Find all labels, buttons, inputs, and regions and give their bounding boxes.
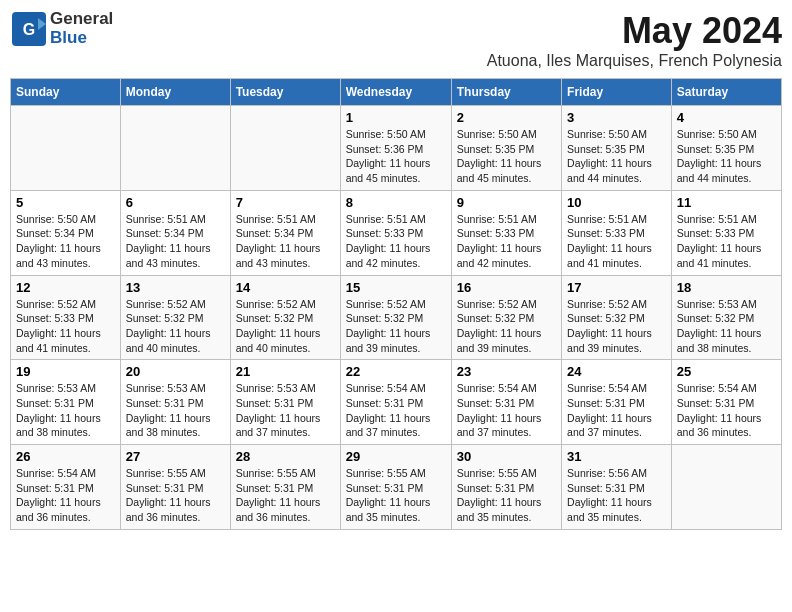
calendar-cell: 21 Sunrise: 5:53 AM Sunset: 5:31 PM Dayl… (230, 360, 340, 445)
cell-sunrise: Sunrise: 5:50 AM (457, 128, 537, 140)
calendar-cell (671, 445, 781, 530)
day-number: 9 (457, 195, 556, 210)
cell-sunrise: Sunrise: 5:54 AM (457, 382, 537, 394)
cell-sunset: Sunset: 5:35 PM (457, 143, 535, 155)
cell-sunset: Sunset: 5:31 PM (457, 397, 535, 409)
day-number: 2 (457, 110, 556, 125)
cell-sunrise: Sunrise: 5:54 AM (346, 382, 426, 394)
day-number: 30 (457, 449, 556, 464)
calendar-table: SundayMondayTuesdayWednesdayThursdayFrid… (10, 78, 782, 530)
calendar-cell (120, 106, 230, 191)
day-number: 14 (236, 280, 335, 295)
calendar-cell: 24 Sunrise: 5:54 AM Sunset: 5:31 PM Dayl… (562, 360, 672, 445)
cell-sunrise: Sunrise: 5:54 AM (567, 382, 647, 394)
calendar-cell: 16 Sunrise: 5:52 AM Sunset: 5:32 PM Dayl… (451, 275, 561, 360)
cell-sunrise: Sunrise: 5:52 AM (126, 298, 206, 310)
calendar-cell: 15 Sunrise: 5:52 AM Sunset: 5:32 PM Dayl… (340, 275, 451, 360)
day-number: 7 (236, 195, 335, 210)
cell-sunset: Sunset: 5:35 PM (677, 143, 755, 155)
cell-sunrise: Sunrise: 5:51 AM (346, 213, 426, 225)
calendar-cell: 5 Sunrise: 5:50 AM Sunset: 5:34 PM Dayli… (11, 190, 121, 275)
cell-daylight: Daylight: 11 hours and 37 minutes. (236, 412, 321, 439)
cell-sunset: Sunset: 5:35 PM (567, 143, 645, 155)
cell-sunset: Sunset: 5:31 PM (346, 397, 424, 409)
calendar-cell: 2 Sunrise: 5:50 AM Sunset: 5:35 PM Dayli… (451, 106, 561, 191)
day-number: 28 (236, 449, 335, 464)
calendar-cell: 4 Sunrise: 5:50 AM Sunset: 5:35 PM Dayli… (671, 106, 781, 191)
day-number: 3 (567, 110, 666, 125)
cell-sunrise: Sunrise: 5:53 AM (16, 382, 96, 394)
day-number: 31 (567, 449, 666, 464)
logo-blue: Blue (50, 29, 113, 48)
cell-daylight: Daylight: 11 hours and 35 minutes. (346, 496, 431, 523)
calendar-cell: 13 Sunrise: 5:52 AM Sunset: 5:32 PM Dayl… (120, 275, 230, 360)
cell-sunrise: Sunrise: 5:55 AM (457, 467, 537, 479)
calendar-cell: 26 Sunrise: 5:54 AM Sunset: 5:31 PM Dayl… (11, 445, 121, 530)
cell-sunrise: Sunrise: 5:50 AM (677, 128, 757, 140)
cell-sunset: Sunset: 5:33 PM (677, 227, 755, 239)
calendar-cell: 14 Sunrise: 5:52 AM Sunset: 5:32 PM Dayl… (230, 275, 340, 360)
cell-daylight: Daylight: 11 hours and 37 minutes. (346, 412, 431, 439)
cell-daylight: Daylight: 11 hours and 44 minutes. (567, 157, 652, 184)
day-number: 5 (16, 195, 115, 210)
day-number: 18 (677, 280, 776, 295)
cell-sunrise: Sunrise: 5:52 AM (236, 298, 316, 310)
calendar-cell: 3 Sunrise: 5:50 AM Sunset: 5:35 PM Dayli… (562, 106, 672, 191)
cell-daylight: Daylight: 11 hours and 36 minutes. (236, 496, 321, 523)
cell-sunrise: Sunrise: 5:52 AM (567, 298, 647, 310)
cell-daylight: Daylight: 11 hours and 43 minutes. (16, 242, 101, 269)
calendar-cell: 22 Sunrise: 5:54 AM Sunset: 5:31 PM Dayl… (340, 360, 451, 445)
cell-sunrise: Sunrise: 5:54 AM (677, 382, 757, 394)
cell-sunrise: Sunrise: 5:51 AM (126, 213, 206, 225)
calendar-week-2: 5 Sunrise: 5:50 AM Sunset: 5:34 PM Dayli… (11, 190, 782, 275)
cell-sunset: Sunset: 5:31 PM (126, 397, 204, 409)
cell-daylight: Daylight: 11 hours and 36 minutes. (16, 496, 101, 523)
weekday-header-friday: Friday (562, 79, 672, 106)
cell-sunset: Sunset: 5:33 PM (457, 227, 535, 239)
cell-daylight: Daylight: 11 hours and 42 minutes. (346, 242, 431, 269)
cell-sunset: Sunset: 5:36 PM (346, 143, 424, 155)
cell-sunset: Sunset: 5:32 PM (677, 312, 755, 324)
cell-sunset: Sunset: 5:34 PM (16, 227, 94, 239)
cell-sunset: Sunset: 5:31 PM (236, 482, 314, 494)
calendar-cell: 10 Sunrise: 5:51 AM Sunset: 5:33 PM Dayl… (562, 190, 672, 275)
cell-daylight: Daylight: 11 hours and 39 minutes. (567, 327, 652, 354)
calendar-week-1: 1 Sunrise: 5:50 AM Sunset: 5:36 PM Dayli… (11, 106, 782, 191)
calendar-week-5: 26 Sunrise: 5:54 AM Sunset: 5:31 PM Dayl… (11, 445, 782, 530)
cell-sunset: Sunset: 5:33 PM (16, 312, 94, 324)
cell-daylight: Daylight: 11 hours and 40 minutes. (236, 327, 321, 354)
day-number: 29 (346, 449, 446, 464)
calendar-cell: 17 Sunrise: 5:52 AM Sunset: 5:32 PM Dayl… (562, 275, 672, 360)
page-subtitle: Atuona, Iles Marquises, French Polynesia (487, 52, 782, 70)
cell-sunset: Sunset: 5:34 PM (126, 227, 204, 239)
cell-daylight: Daylight: 11 hours and 38 minutes. (16, 412, 101, 439)
cell-daylight: Daylight: 11 hours and 39 minutes. (457, 327, 542, 354)
calendar-cell: 20 Sunrise: 5:53 AM Sunset: 5:31 PM Dayl… (120, 360, 230, 445)
cell-sunrise: Sunrise: 5:52 AM (346, 298, 426, 310)
cell-sunrise: Sunrise: 5:53 AM (236, 382, 316, 394)
cell-daylight: Daylight: 11 hours and 35 minutes. (457, 496, 542, 523)
logo: G General Blue (10, 10, 113, 48)
cell-sunrise: Sunrise: 5:50 AM (346, 128, 426, 140)
day-number: 16 (457, 280, 556, 295)
cell-daylight: Daylight: 11 hours and 41 minutes. (567, 242, 652, 269)
day-number: 15 (346, 280, 446, 295)
cell-sunrise: Sunrise: 5:51 AM (457, 213, 537, 225)
calendar-cell (11, 106, 121, 191)
calendar-cell: 25 Sunrise: 5:54 AM Sunset: 5:31 PM Dayl… (671, 360, 781, 445)
cell-daylight: Daylight: 11 hours and 37 minutes. (567, 412, 652, 439)
day-number: 21 (236, 364, 335, 379)
weekday-header-wednesday: Wednesday (340, 79, 451, 106)
calendar-cell: 18 Sunrise: 5:53 AM Sunset: 5:32 PM Dayl… (671, 275, 781, 360)
cell-sunset: Sunset: 5:34 PM (236, 227, 314, 239)
day-number: 6 (126, 195, 225, 210)
cell-daylight: Daylight: 11 hours and 42 minutes. (457, 242, 542, 269)
cell-daylight: Daylight: 11 hours and 38 minutes. (677, 327, 762, 354)
cell-sunset: Sunset: 5:31 PM (457, 482, 535, 494)
cell-daylight: Daylight: 11 hours and 39 minutes. (346, 327, 431, 354)
cell-sunset: Sunset: 5:31 PM (677, 397, 755, 409)
calendar-cell: 19 Sunrise: 5:53 AM Sunset: 5:31 PM Dayl… (11, 360, 121, 445)
calendar-cell: 9 Sunrise: 5:51 AM Sunset: 5:33 PM Dayli… (451, 190, 561, 275)
day-number: 4 (677, 110, 776, 125)
cell-sunset: Sunset: 5:31 PM (236, 397, 314, 409)
